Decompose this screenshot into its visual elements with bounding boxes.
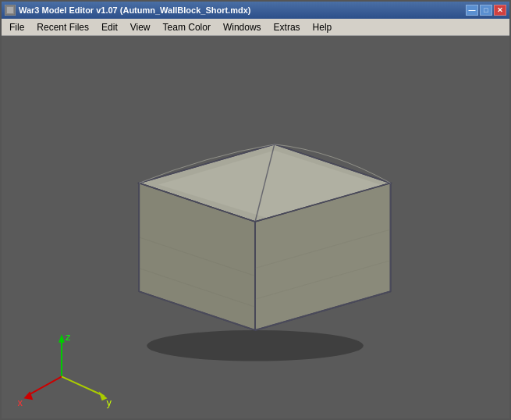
svg-rect-1 [7, 7, 13, 13]
viewport-canvas: z x y [2, 36, 509, 418]
menu-view[interactable]: View [124, 19, 157, 35]
menu-extras[interactable]: Extras [268, 19, 307, 35]
3d-viewport[interactable]: z x y [2, 36, 509, 418]
menu-bar: File Recent Files Edit View Team Color W… [2, 19, 509, 36]
svg-text:z: z [66, 331, 70, 343]
close-button[interactable]: ✕ [494, 5, 506, 16]
menu-edit[interactable]: Edit [95, 19, 124, 35]
title-bar-left: War3 Model Editor v1.07 (Autumn_WallBloc… [5, 5, 250, 16]
svg-point-3 [147, 330, 364, 361]
menu-team-color[interactable]: Team Color [157, 19, 217, 35]
menu-windows[interactable]: Windows [217, 19, 268, 35]
menu-help[interactable]: Help [307, 19, 339, 35]
svg-text:x: x [17, 397, 23, 408]
menu-file[interactable]: File [3, 19, 30, 35]
menu-recent-files[interactable]: Recent Files [30, 19, 95, 35]
window-controls: — □ ✕ [466, 5, 506, 16]
title-bar: War3 Model Editor v1.07 (Autumn_WallBloc… [2, 2, 509, 19]
maximize-button[interactable]: □ [480, 5, 492, 16]
main-window: War3 Model Editor v1.07 (Autumn_WallBloc… [0, 0, 511, 420]
minimize-button[interactable]: — [466, 5, 478, 16]
window-title: War3 Model Editor v1.07 (Autumn_WallBloc… [19, 5, 250, 15]
app-icon [5, 5, 16, 16]
svg-text:y: y [107, 397, 112, 408]
